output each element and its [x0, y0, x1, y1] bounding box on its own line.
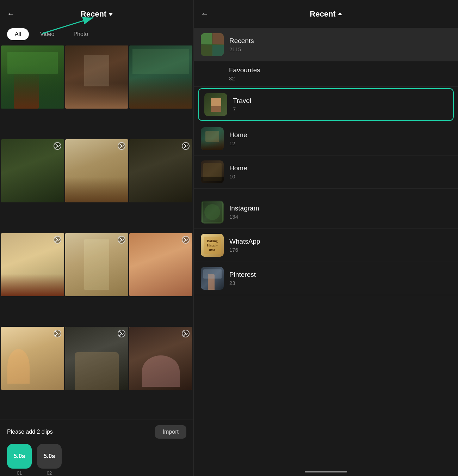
photo-cell[interactable]: ⤢: [1, 233, 64, 296]
bottom-bar-top: Please add 2 clips Import: [7, 425, 186, 439]
photo-cell[interactable]: ⤢: [129, 327, 192, 390]
album-count-recents: 2115: [229, 46, 451, 52]
album-item-recents[interactable]: Recents 2115: [194, 28, 458, 61]
album-count-favourites: 82: [229, 75, 451, 81]
right-title-text: Recent: [310, 10, 335, 19]
filter-photo-button[interactable]: Photo: [66, 28, 96, 40]
bottom-bar: Please add 2 clips Import 5.0s 01 5.0s 0…: [0, 420, 193, 476]
left-panel: ← Recent All Video Photo: [0, 0, 194, 476]
filter-bar: All Video Photo: [0, 28, 193, 45]
right-panel: ← Recent Recents 2115: [194, 0, 458, 476]
right-title[interactable]: Recent: [310, 10, 342, 19]
album-name-instagram: Instagram: [229, 205, 451, 212]
album-name-home-12: Home: [229, 131, 451, 139]
clip-box-2: 5.0s: [37, 444, 62, 469]
album-name-pinterest: Pinterest: [229, 271, 451, 279]
clip-item-2[interactable]: 5.0s 02: [37, 444, 62, 476]
album-thumb-instagram: [201, 201, 224, 224]
clips-row: 5.0s 01 5.0s 02: [7, 444, 186, 476]
album-item-whatsapp[interactable]: BakingHappi-ness WhatsApp 176: [194, 229, 458, 262]
right-home-indicator: [305, 471, 347, 472]
photo-cell[interactable]: [65, 45, 128, 109]
photo-cell[interactable]: ⤢: [129, 139, 192, 202]
album-thumb-whatsapp: BakingHappi-ness: [201, 234, 224, 257]
album-count-pinterest: 23: [229, 280, 451, 286]
left-title-text: Recent: [81, 10, 106, 19]
album-item-home-10[interactable]: Home 10: [194, 155, 458, 189]
sort-up-arrow-icon: [338, 12, 342, 15]
photo-cell[interactable]: ⤢: [1, 327, 64, 390]
album-count-home-10: 10: [229, 173, 451, 179]
clip-box-1: 5.0s: [7, 444, 32, 469]
album-name-home-10: Home: [229, 164, 451, 172]
album-thumb-recents: [201, 33, 224, 56]
album-name-favourites: Favourites: [229, 66, 451, 74]
album-name-recents: Recents: [229, 37, 451, 45]
photo-cell[interactable]: ⤢: [65, 139, 128, 202]
album-count-travel: 7: [233, 106, 447, 112]
album-item-pinterest[interactable]: Pinterest 23: [194, 262, 458, 295]
filter-all-button[interactable]: All: [7, 28, 29, 40]
album-item-travel[interactable]: Travel 7: [198, 88, 454, 121]
album-thumb-home-12: [201, 127, 224, 150]
photo-grid: ⤢ ⤢ ⤢ ⤢: [0, 45, 193, 420]
right-header: ← Recent: [194, 0, 458, 28]
album-info-pinterest: Pinterest 23: [229, 271, 451, 286]
left-title[interactable]: Recent: [81, 10, 113, 19]
right-back-button[interactable]: ←: [201, 10, 209, 19]
photo-cell[interactable]: ⤢: [1, 139, 64, 202]
album-name-travel: Travel: [233, 97, 447, 105]
album-info-instagram: Instagram 134: [229, 205, 451, 220]
album-thumb-travel: [204, 93, 227, 116]
album-thumb-pinterest: [201, 267, 224, 290]
photo-cell[interactable]: ⤢: [65, 233, 128, 296]
album-count-whatsapp: 176: [229, 247, 451, 253]
album-info-recents: Recents 2115: [229, 37, 451, 52]
photo-cell[interactable]: ⤢: [65, 327, 128, 390]
clip-number-1: 01: [17, 470, 22, 476]
dropdown-arrow-icon: [109, 13, 113, 16]
album-count-instagram: 134: [229, 214, 451, 220]
album-info-whatsapp: WhatsApp 176: [229, 238, 451, 253]
photo-cell[interactable]: [129, 45, 192, 109]
album-thumb-home-10: [201, 160, 224, 183]
left-back-button[interactable]: ←: [7, 10, 15, 19]
filter-video-button[interactable]: Video: [32, 28, 62, 40]
album-list: Recents 2115 Favourites 82 Travel: [194, 28, 458, 468]
clip-item-1[interactable]: 5.0s 01: [7, 444, 32, 476]
album-info-travel: Travel 7: [233, 97, 447, 112]
album-info-favourites: Favourites 82: [229, 66, 451, 81]
album-count-home-12: 12: [229, 140, 451, 146]
album-item-favourites[interactable]: Favourites 82: [194, 61, 458, 87]
album-name-whatsapp: WhatsApp: [229, 238, 451, 245]
clips-label: Please add 2 clips: [7, 429, 53, 435]
photo-cell[interactable]: ⤢: [129, 233, 192, 296]
album-item-instagram[interactable]: Instagram 134: [194, 196, 458, 229]
clip-number-2: 02: [47, 470, 52, 476]
album-item-home-12[interactable]: Home 12: [194, 122, 458, 155]
import-button[interactable]: Import: [155, 425, 186, 439]
album-info-home-10: Home 10: [229, 164, 451, 179]
left-header: ← Recent: [0, 0, 193, 28]
photo-cell[interactable]: [1, 45, 64, 109]
spacer: [194, 189, 458, 196]
album-info-home-12: Home 12: [229, 131, 451, 146]
